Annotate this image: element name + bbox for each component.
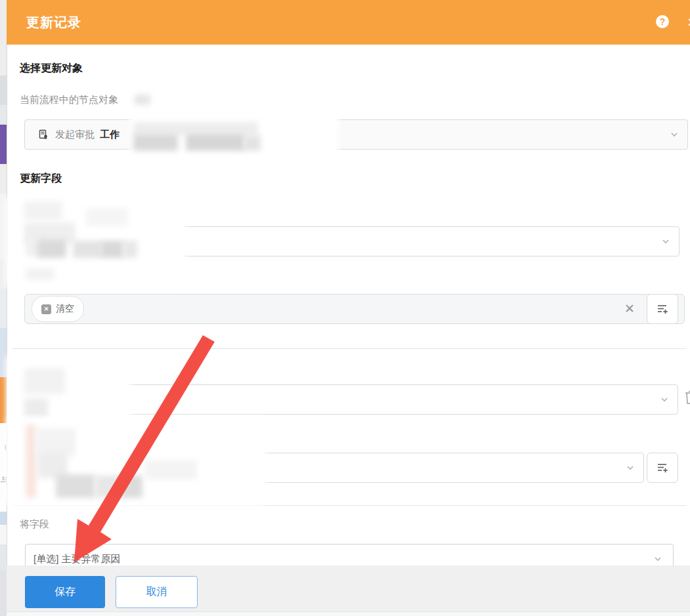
page-bottom-strip bbox=[7, 611, 690, 616]
chevron-down-icon bbox=[660, 395, 669, 407]
chip-label: 清空 bbox=[56, 303, 74, 315]
node-select-prefix: 发起审批 bbox=[55, 129, 95, 141]
insert-field-button[interactable] bbox=[647, 294, 678, 324]
strip-segment bbox=[0, 544, 7, 571]
strip-segment bbox=[0, 75, 7, 105]
assign-field-label: 将字段 bbox=[20, 518, 49, 531]
modal-header: 更新记录 ? × bbox=[7, 0, 690, 45]
strip-segment-blue bbox=[0, 328, 7, 377]
list-add-icon bbox=[656, 461, 669, 474]
row-divider bbox=[12, 348, 686, 349]
chevron-down-icon bbox=[670, 130, 679, 142]
redacted-blur bbox=[10, 358, 127, 423]
clear-value-chip[interactable]: ✕ 清空 bbox=[32, 296, 84, 322]
chevron-down-icon bbox=[661, 237, 670, 249]
strip-segment bbox=[0, 105, 7, 125]
strip-segment bbox=[0, 0, 7, 75]
modal-title: 更新记录 bbox=[26, 14, 81, 31]
approval-form-icon bbox=[38, 129, 49, 140]
node-object-hint: 当前流程中的节点对象 bbox=[20, 94, 118, 106]
strip-segment bbox=[0, 289, 7, 328]
section-heading-select-target: 选择更新对象 bbox=[20, 62, 83, 75]
screenshot-page: 刂 与 更新记录 ? × 选择更新对象 当前流程中的节点对象 发起审批 工作 更… bbox=[0, 0, 690, 616]
field-value-input[interactable]: ✕ 清空 bbox=[24, 294, 685, 324]
assign-field-select-value: [单选] 主要异常原因 bbox=[33, 553, 121, 565]
redacted-blur bbox=[10, 421, 262, 503]
chevron-down-icon bbox=[653, 554, 662, 566]
delete-row-icon[interactable] bbox=[685, 390, 690, 405]
list-add-icon bbox=[656, 302, 669, 316]
strip-segment bbox=[0, 164, 7, 194]
section-heading-update-fields: 更新字段 bbox=[20, 172, 62, 186]
strip-segment-orange bbox=[0, 377, 7, 423]
close-icon[interactable]: × bbox=[683, 12, 690, 32]
cancel-button[interactable]: 取消 bbox=[116, 576, 198, 608]
insert-field-button[interactable] bbox=[647, 453, 678, 483]
strip-segment-purple bbox=[0, 125, 7, 164]
strip-segment bbox=[0, 194, 7, 259]
strip-segment-blue bbox=[0, 512, 7, 525]
redacted-blur bbox=[10, 199, 182, 285]
node-object-select[interactable]: 发起审批 工作 bbox=[24, 119, 688, 150]
modal-footer: 保存 取消 bbox=[7, 565, 690, 611]
row-divider bbox=[12, 505, 686, 506]
redacted-blur bbox=[133, 84, 335, 164]
strip-segment: 刂 与 bbox=[0, 423, 7, 512]
help-icon[interactable]: ? bbox=[656, 15, 669, 28]
save-button[interactable]: 保存 bbox=[25, 576, 105, 608]
strip-segment bbox=[0, 259, 7, 289]
chevron-down-icon bbox=[626, 463, 635, 475]
strip-segment bbox=[0, 571, 7, 616]
node-select-value: 工作 bbox=[100, 129, 119, 141]
strip-segment bbox=[0, 525, 7, 544]
chip-remove-icon[interactable]: ✕ bbox=[41, 304, 51, 314]
clear-field-icon[interactable]: ✕ bbox=[624, 302, 635, 315]
